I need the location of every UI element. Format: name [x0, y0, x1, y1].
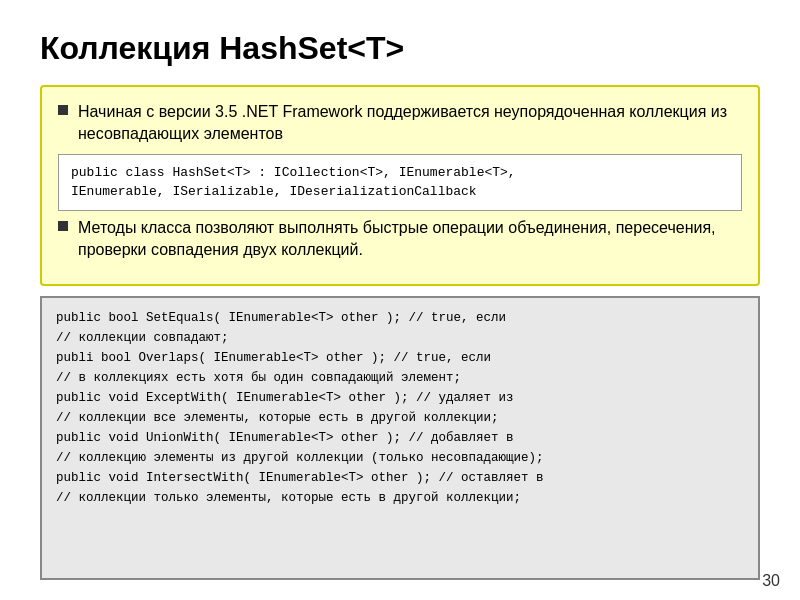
- code-line-0: public bool SetEquals( IEnumerable<T> ot…: [56, 308, 744, 328]
- bullet-item-1: Начиная с версии 3.5 .NET Framework подд…: [58, 101, 742, 146]
- code-line-6: public void UnionWith( IEnumerable<T> ot…: [56, 428, 744, 448]
- bullet-square-2: [58, 221, 68, 231]
- bullet-text-2: Методы класса позволяют выполнять быстры…: [78, 217, 742, 262]
- slide: Коллекция HashSet<T> Начиная с версии 3.…: [0, 0, 800, 600]
- code-line-2: publi bool Overlaps( IEnumerable<T> othe…: [56, 348, 744, 368]
- code-line-9: // коллекции только элементы, которые ес…: [56, 488, 744, 508]
- content-box: Начиная с версии 3.5 .NET Framework подд…: [40, 85, 760, 286]
- bullet-item-2: Методы класса позволяют выполнять быстры…: [58, 217, 742, 262]
- code-line-4: public void ExceptWith( IEnumerable<T> o…: [56, 388, 744, 408]
- bullet-text-1: Начиная с версии 3.5 .NET Framework подд…: [78, 101, 742, 146]
- code-line-5: // коллекции все элементы, которые есть …: [56, 408, 744, 428]
- code-line-8: public void IntersectWith( IEnumerable<T…: [56, 468, 744, 488]
- code-box-inner: public class HashSet<T> : ICollection<T>…: [58, 154, 742, 211]
- slide-title: Коллекция HashSet<T>: [40, 30, 760, 67]
- page-number: 30: [762, 572, 780, 590]
- code-line-1: // коллекции совпадают;: [56, 328, 744, 348]
- code-inner-line1: public class HashSet<T> : ICollection<T>…: [71, 163, 729, 183]
- code-line-3: // в коллекциях есть хотя бы один совпад…: [56, 368, 744, 388]
- code-inner-line2: IEnumerable, ISerializable, IDeserializa…: [71, 182, 729, 202]
- code-block: public bool SetEquals( IEnumerable<T> ot…: [40, 296, 760, 580]
- bullet-square-1: [58, 105, 68, 115]
- code-line-7: // коллекцию элементы из другой коллекци…: [56, 448, 744, 468]
